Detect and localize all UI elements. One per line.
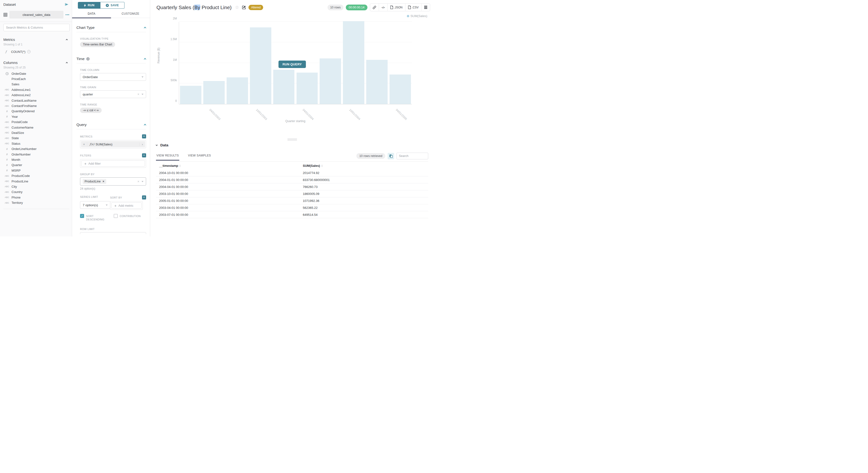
chevron-up-icon[interactable]	[144, 58, 146, 61]
panel-resize-handle[interactable]	[287, 139, 297, 140]
table-row[interactable]: 2003-10-01 00:00:001860005.09	[156, 190, 428, 197]
add-filter-button[interactable]: +	[142, 153, 146, 157]
export-csv-button[interactable]: .CSV	[405, 4, 422, 11]
dataset-name-chip[interactable]: cleaned_sales_data	[9, 11, 63, 19]
clear-icon[interactable]: ×	[137, 92, 140, 96]
column-item[interactable]: ABCStatus	[3, 141, 69, 146]
column-item[interactable]: #OrderLineNumber	[3, 146, 69, 151]
column-item[interactable]: #Quarter	[3, 162, 69, 168]
column-item[interactable]: ABCAddressLine1	[3, 87, 69, 92]
bar-sum-sales[interactable]	[366, 60, 388, 104]
tab-customize[interactable]: CUSTOMIZE	[111, 12, 150, 18]
save-button[interactable]: + SAVE	[100, 2, 124, 9]
contribution-checkbox[interactable]	[114, 214, 118, 218]
bar-sum-sales[interactable]	[343, 21, 364, 104]
table-row[interactable]: 2004-01-01 00:00:00833730.680000001	[156, 177, 428, 183]
table-row[interactable]: 2004-10-01 00:00:002014774.92	[156, 169, 428, 177]
table-row[interactable]: 2004-04-01 00:00:00766260.73	[156, 183, 428, 190]
column-item[interactable]: #Year	[3, 114, 69, 119]
run-button[interactable]: RUN	[78, 2, 100, 9]
chart-legend[interactable]: SUM(Sales)	[407, 14, 427, 18]
add-sort-metric-button[interactable]: +	[142, 195, 146, 199]
bar-sum-sales[interactable]	[273, 70, 294, 104]
column-item[interactable]: #Month	[3, 157, 69, 162]
run-query-button[interactable]: RUN QUERY	[278, 61, 306, 68]
sort-icon[interactable]	[321, 165, 323, 167]
table-row[interactable]: 2003-04-01 00:00:00562365.22	[156, 204, 428, 211]
remove-chip-icon[interactable]: ×	[103, 180, 104, 183]
sort-icon[interactable]	[179, 165, 181, 167]
column-item[interactable]: ABCProductCode	[3, 173, 69, 178]
add-sort-metric-dropzone[interactable]: + Add metric	[111, 202, 142, 209]
copy-link-icon[interactable]	[370, 4, 379, 11]
remove-metric-icon[interactable]: ×	[81, 143, 87, 146]
column-item-label: ContactLastName	[11, 99, 36, 102]
metric-chip[interactable]: × ƒ(x) SUM(Sales) ›	[81, 141, 145, 147]
column-item[interactable]: PriceEach	[3, 76, 69, 82]
column-item[interactable]: OrderDate	[3, 71, 69, 76]
column-item[interactable]: ABCCustomerName	[3, 125, 69, 130]
filters-control: + Add filter	[80, 159, 146, 168]
bar-sum-sales[interactable]	[203, 81, 225, 104]
metric-item-count[interactable]: ƒ COUNT(*) ?	[3, 49, 69, 54]
chevron-up-icon[interactable]	[66, 62, 68, 64]
column-item[interactable]: ABCProductLine	[3, 179, 69, 184]
table-row[interactable]: 2005-01-01 00:00:001071992.36	[156, 197, 428, 204]
chevron-up-icon[interactable]	[144, 124, 146, 126]
tab-data[interactable]: DATA	[72, 12, 111, 18]
group-by-select[interactable]: ProductLine × ×	[80, 177, 146, 186]
column-item[interactable]: ABCCity	[3, 184, 69, 189]
time-range-pill[interactable]: -∞ ≤ col < ∞	[80, 108, 102, 113]
column-item[interactable]: ABCPhone	[3, 195, 69, 200]
column-header-sum-sales[interactable]: SUM(Sales)	[303, 164, 323, 167]
export-json-button[interactable]: .JSON	[388, 4, 405, 11]
add-metric-button[interactable]: +	[142, 134, 146, 138]
series-limit-select[interactable]: 7 option(s)	[80, 201, 110, 209]
column-item[interactable]: ABCState	[3, 135, 69, 141]
bar-sum-sales[interactable]	[250, 27, 271, 104]
column-item[interactable]: ABCContactFirstName	[3, 103, 69, 108]
column-header-timestamp[interactable]: __timestamp	[159, 164, 303, 167]
chevron-up-icon[interactable]	[144, 27, 146, 29]
column-item[interactable]: #MSRP	[3, 168, 69, 173]
row-limit-select[interactable]: 10000 ×	[80, 232, 146, 234]
column-item[interactable]: ABCCountry	[3, 189, 69, 195]
add-filter-dropzone[interactable]: + Add filter	[81, 160, 145, 166]
bar-sum-sales[interactable]	[390, 74, 411, 104]
bar-sum-sales[interactable]	[180, 86, 202, 104]
table-row[interactable]: 2003-07-01 00:00:00649514.54	[156, 211, 428, 218]
data-search-input[interactable]	[397, 153, 428, 159]
collapse-sidebar-icon[interactable]	[65, 3, 68, 6]
search-metrics-columns-input[interactable]	[3, 24, 70, 31]
column-item[interactable]: ABCContactLastName	[3, 98, 69, 103]
dataset-options-icon[interactable]: •••	[65, 13, 69, 17]
function-icon: ƒ	[3, 50, 9, 53]
bar-sum-sales[interactable]	[320, 58, 341, 104]
bar-sum-sales[interactable]	[297, 72, 318, 104]
column-item[interactable]: ABCAddressLine2	[3, 93, 69, 98]
more-menu-icon[interactable]	[422, 4, 430, 11]
group-by-chip[interactable]: ProductLine ×	[83, 179, 106, 184]
column-item[interactable]: ABCTerritory	[3, 200, 69, 205]
copy-data-icon[interactable]	[388, 153, 394, 159]
chevron-up-icon[interactable]	[66, 39, 68, 41]
embed-code-icon[interactable]: </>	[379, 4, 388, 11]
edit-properties-icon[interactable]	[242, 5, 246, 9]
column-item[interactable]: #OrderNumber	[3, 152, 69, 157]
column-item[interactable]: ABCPostalCode	[3, 120, 69, 125]
visualization-type-pill[interactable]: Time-series Bar Chart	[80, 42, 115, 47]
column-item[interactable]: Sales	[3, 82, 69, 87]
chevron-down-icon[interactable]	[156, 144, 158, 146]
clear-icon[interactable]: ×	[137, 180, 140, 183]
sort-descending-checkbox[interactable]: ✓	[80, 214, 84, 218]
time-column-select[interactable]: OrderDate	[80, 73, 146, 81]
tab-view-samples[interactable]: VIEW SAMPLES	[187, 154, 212, 160]
column-item[interactable]: #QuantityOrdered	[3, 108, 69, 114]
favorite-star-icon[interactable]: ☆	[235, 5, 239, 10]
column-item[interactable]: ABCDealSize	[3, 130, 69, 135]
tab-view-results[interactable]: VIEW RESULTS	[156, 154, 179, 160]
bar-sum-sales[interactable]	[227, 77, 248, 104]
time-grain-select[interactable]: quarter ×	[80, 90, 146, 98]
expand-metric-icon[interactable]: ›	[140, 143, 145, 146]
page-title[interactable]: Quarterly Sales (By Product Line)	[156, 5, 232, 10]
